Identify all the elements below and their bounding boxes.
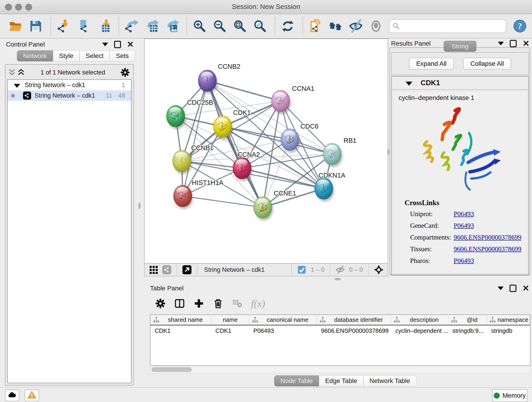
column-header-shared-name[interactable]: shared name xyxy=(151,315,211,325)
cell-shared-name[interactable]: CDK1 xyxy=(151,327,211,334)
help-button[interactable]: ? xyxy=(513,19,526,33)
node-CDC6[interactable] xyxy=(281,129,300,153)
column-header-description[interactable]: description xyxy=(391,315,448,325)
collapse-all-button[interactable]: Collapse All xyxy=(463,58,511,70)
warnings-button[interactable] xyxy=(25,390,39,401)
panel-close-icon[interactable]: ✕ xyxy=(127,42,134,47)
export-image-button[interactable] xyxy=(165,19,179,34)
section-collapse-icon[interactable] xyxy=(405,82,412,86)
cell--id[interactable]: stringdb:9... xyxy=(448,327,487,334)
panel-float-icon[interactable] xyxy=(510,285,516,292)
panel-collapse-icon[interactable] xyxy=(498,42,504,45)
save-session-button[interactable] xyxy=(28,19,43,34)
network-overview-icon[interactable] xyxy=(162,265,172,274)
column-header-canonical-name[interactable]: canonical name xyxy=(249,315,317,325)
export-network-button[interactable] xyxy=(124,19,139,34)
panel-collapse-icon[interactable] xyxy=(102,43,108,46)
edge-CCNB2-CCNE1[interactable] xyxy=(207,81,263,207)
column-header-namespace[interactable]: namespace xyxy=(487,315,530,325)
search-input[interactable] xyxy=(400,22,503,30)
expand-all-networks-icon[interactable] xyxy=(17,68,26,77)
table-options-gear-icon[interactable] xyxy=(155,298,166,309)
node-CDC25B[interactable] xyxy=(167,105,186,129)
panel-collapse-icon[interactable] xyxy=(498,287,504,290)
crosslink-link[interactable]: P06493 xyxy=(454,222,474,230)
add-column-icon[interactable] xyxy=(193,298,204,309)
home-button[interactable] xyxy=(328,19,343,34)
tree-expand-icon[interactable] xyxy=(14,84,20,88)
cell-canonical-name[interactable]: P06493 xyxy=(249,327,317,334)
node-CCNE1[interactable] xyxy=(254,197,273,220)
clone-network-button[interactable] xyxy=(308,19,323,34)
column-header-database-identifier[interactable]: database identifier xyxy=(317,315,391,325)
import-network-button[interactable] xyxy=(56,19,71,34)
zoom-fit-button[interactable] xyxy=(233,19,247,34)
crosslink-link[interactable]: 9606.ENSP00000378699 xyxy=(454,234,521,241)
cell-name[interactable]: CDK1 xyxy=(211,327,249,334)
show-panel-eye-button[interactable] xyxy=(369,19,383,34)
crosslink-link[interactable]: P06493 xyxy=(454,257,474,264)
tab-edge-table[interactable]: Edge Table xyxy=(319,375,363,386)
column-header--id[interactable]: @id xyxy=(448,315,487,325)
node-RB1[interactable] xyxy=(323,143,342,167)
delete-column-icon[interactable] xyxy=(213,298,224,309)
tab-style[interactable]: Style xyxy=(53,51,80,61)
edge-HIST1H1A-CCNE1[interactable] xyxy=(183,196,263,207)
hide-panel-eye-button[interactable] xyxy=(348,19,363,34)
import-table-button[interactable] xyxy=(96,19,111,34)
detach-view-icon[interactable] xyxy=(182,265,192,274)
node-CDKN1A[interactable] xyxy=(315,178,334,202)
column-label: namespace xyxy=(496,316,530,323)
vertical-splitter-grip-left[interactable] xyxy=(138,203,141,209)
birdseye-grid-icon[interactable] xyxy=(149,265,158,274)
hidden-items-icon[interactable] xyxy=(336,265,345,274)
cell-namespace[interactable]: stringdb xyxy=(487,327,530,334)
node-HIST1H1A[interactable] xyxy=(174,185,193,209)
cell-description[interactable]: cyclin–dependent ... xyxy=(391,327,448,334)
open-session-button[interactable] xyxy=(8,19,23,34)
table-row[interactable]: CDK1CDK1P064939606.ENSP00000378699cyclin… xyxy=(151,325,530,336)
panel-float-icon[interactable] xyxy=(510,40,517,47)
zoom-out-button[interactable] xyxy=(212,19,227,34)
collapse-all-networks-icon[interactable] xyxy=(7,68,17,77)
zoom-selected-button[interactable] xyxy=(253,19,267,34)
tab-string[interactable]: String xyxy=(443,41,476,52)
network-options-gear-icon[interactable] xyxy=(120,67,130,77)
gene-section-header[interactable]: CDK1 xyxy=(392,77,528,90)
memory-button[interactable]: Memory xyxy=(492,389,527,402)
tab-network-table[interactable]: Network Table xyxy=(363,375,416,386)
scrollbar-thumb[interactable] xyxy=(152,367,192,372)
network-tab-content: 1 of 1 Network selected String Network –… xyxy=(5,64,134,385)
export-table-button[interactable] xyxy=(144,19,159,34)
fit-selected-crosshair-icon[interactable] xyxy=(374,265,384,274)
tab-node-table[interactable]: Node Table xyxy=(274,375,319,386)
node-CCNB2[interactable] xyxy=(198,70,218,94)
tab-select[interactable]: Select xyxy=(80,51,110,61)
panel-float-icon[interactable] xyxy=(114,41,121,48)
crosslink-link[interactable]: 9606.ENSP00000378699 xyxy=(454,245,521,253)
selected-items-icon[interactable] xyxy=(297,265,307,274)
panel-close-icon[interactable]: ✕ xyxy=(523,41,530,46)
cloud-button[interactable] xyxy=(5,390,19,401)
zoom-in-button[interactable] xyxy=(192,19,207,34)
refresh-view-button[interactable] xyxy=(280,19,295,34)
column-header-name[interactable]: name xyxy=(211,315,249,325)
import-database-button[interactable] xyxy=(76,19,91,34)
horizontal-splitter-grip[interactable] xyxy=(335,278,341,280)
network-graph[interactable]: CCNB2CCNA1CDC25BCDK1CDC6RB1CCNB1CCNA2CDK… xyxy=(145,39,388,263)
network-row-selected[interactable]: String Network – cdk1 11 48 xyxy=(8,90,131,101)
search-field[interactable] xyxy=(389,19,506,33)
tab-sets[interactable]: Sets xyxy=(110,51,135,61)
node-count: 11 xyxy=(106,92,112,99)
panel-close-icon[interactable]: ✕ xyxy=(522,286,529,291)
table-horizontal-scrollbar[interactable] xyxy=(150,366,530,373)
tab-network[interactable]: Network xyxy=(17,51,53,61)
show-columns-icon[interactable] xyxy=(174,298,185,309)
expand-all-button[interactable]: Expand All xyxy=(409,58,454,70)
node-CCNA2[interactable] xyxy=(233,157,253,181)
node-CCNA1[interactable] xyxy=(272,90,291,114)
network-canvas[interactable]: CCNB2CCNA1CDC25BCDK1CDC6RB1CCNB1CCNA2CDK… xyxy=(144,38,388,264)
crosslink-link[interactable]: P06493 xyxy=(454,210,474,218)
network-collection-row[interactable]: String Network – cdk1 1 xyxy=(8,80,131,90)
cell-database-identifier[interactable]: 9606.ENSP00000378699 xyxy=(317,327,391,334)
